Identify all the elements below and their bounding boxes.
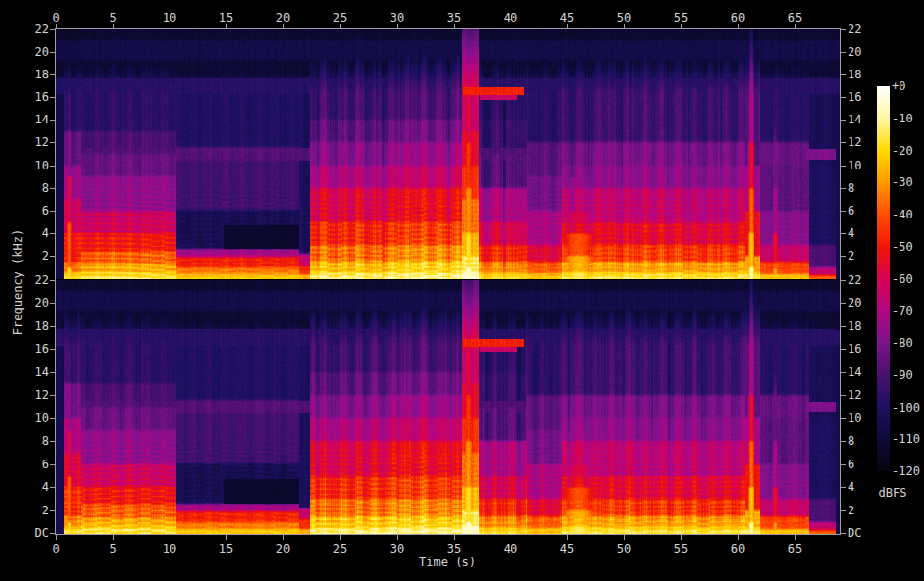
freq-tick-label: 8 [848, 182, 854, 194]
freq-tick-label: 12 [0, 136, 49, 148]
freq-tick [841, 120, 846, 121]
freq-tick-label: 22 [848, 274, 861, 286]
time-tick-label: 0 [52, 12, 59, 24]
freq-tick [50, 464, 55, 465]
colorbar-tick-label: -80 [892, 337, 913, 349]
time-tick-label: 5 [109, 543, 116, 555]
time-tick-label: 55 [674, 543, 688, 555]
time-tick [624, 535, 625, 540]
freq-tick [50, 372, 55, 373]
freq-tick [841, 326, 846, 327]
freq-tick [50, 349, 55, 350]
time-tick [113, 535, 114, 540]
freq-tick-label: 14 [848, 366, 861, 378]
colorbar-title: dBFS [879, 487, 907, 499]
freq-tick-label: 20 [848, 46, 861, 58]
freq-tick [50, 395, 55, 396]
time-tick-label: 55 [674, 12, 688, 24]
freq-tick [50, 188, 55, 189]
time-tick-label: 30 [390, 12, 404, 24]
time-tick [567, 535, 568, 540]
time-tick [511, 24, 511, 29]
freq-tick [841, 29, 846, 30]
time-tick [681, 535, 682, 540]
freq-tick-label: 8 [0, 182, 49, 194]
time-tick [226, 24, 227, 29]
freq-tick-label: 10 [848, 412, 861, 424]
freq-tick [50, 510, 55, 511]
freq-tick-label: 8 [0, 435, 49, 447]
time-tick-label: 15 [219, 543, 233, 555]
freq-tick-label: DC [0, 527, 49, 539]
colorbar-tick-label: +0 [892, 80, 905, 92]
time-tick [340, 535, 341, 540]
freq-tick-label: 12 [0, 389, 49, 401]
freq-tick [50, 441, 55, 442]
freq-tick [841, 349, 846, 350]
colorbar-tick-label: -70 [892, 305, 913, 316]
time-tick [340, 24, 341, 29]
freq-tick [50, 52, 55, 53]
time-tick [795, 24, 796, 29]
spectrogram-figure: 05101520253035404550556065 0510152025303… [0, 0, 924, 581]
time-tick-label: 0 [52, 543, 59, 555]
time-tick-label: 10 [163, 543, 176, 555]
time-tick [454, 24, 455, 29]
freq-tick [50, 303, 55, 304]
freq-tick [50, 120, 55, 121]
colorbar-tick-label: -110 [892, 433, 920, 445]
time-tick-label: 35 [447, 12, 461, 24]
colorbar-tick-label: -40 [892, 209, 913, 220]
colorbar-tick-label: -90 [892, 369, 913, 381]
freq-tick [841, 372, 846, 373]
freq-tick-label: 14 [0, 114, 49, 125]
time-tick [397, 535, 398, 540]
freq-tick [50, 280, 55, 281]
time-tick-label: 45 [560, 12, 574, 24]
spectrogram-channel-2 [56, 280, 840, 534]
freq-tick [841, 166, 846, 167]
freq-tick-label: DC [848, 527, 861, 539]
time-tick-label: 25 [333, 12, 347, 24]
freq-tick [841, 97, 846, 98]
frequency-axis-title: Frequency (kHz) [12, 229, 24, 335]
time-tick-label: 65 [788, 543, 802, 555]
freq-tick-label: 20 [0, 297, 49, 309]
time-tick-label: 30 [390, 543, 404, 555]
freq-tick [841, 280, 846, 281]
freq-tick [841, 510, 846, 511]
time-tick [170, 24, 170, 29]
freq-tick-label: 18 [848, 320, 861, 332]
colorbar-tick-label: -10 [892, 113, 913, 124]
freq-tick [50, 233, 55, 234]
freq-tick [841, 533, 846, 534]
freq-tick [841, 418, 846, 419]
freq-tick [841, 395, 846, 396]
freq-tick-label: 4 [848, 227, 854, 239]
time-tick [511, 535, 511, 540]
time-tick [624, 24, 625, 29]
freq-tick [50, 97, 55, 98]
freq-tick-label: 22 [848, 24, 861, 35]
freq-tick-label: 6 [0, 459, 49, 470]
colorbar-tick-label: -30 [892, 176, 913, 188]
freq-tick-label: 20 [848, 297, 861, 309]
freq-tick [50, 211, 55, 212]
freq-tick-label: 4 [0, 481, 49, 493]
freq-tick-label: 18 [848, 69, 861, 80]
colorbar-tick-label: -60 [892, 273, 913, 285]
freq-tick [841, 303, 846, 304]
freq-tick-label: 12 [848, 389, 861, 401]
time-tick-label: 5 [109, 12, 116, 24]
freq-tick [50, 142, 55, 143]
plot-border-bottom [55, 534, 841, 535]
freq-tick-label: 16 [0, 91, 49, 103]
freq-tick-label: 16 [848, 343, 861, 355]
freq-tick [841, 233, 846, 234]
freq-tick [50, 29, 55, 30]
time-tick-label: 35 [447, 543, 461, 555]
time-tick [113, 24, 114, 29]
time-tick [283, 535, 284, 540]
time-tick-label: 65 [788, 12, 802, 24]
freq-tick [841, 142, 846, 143]
